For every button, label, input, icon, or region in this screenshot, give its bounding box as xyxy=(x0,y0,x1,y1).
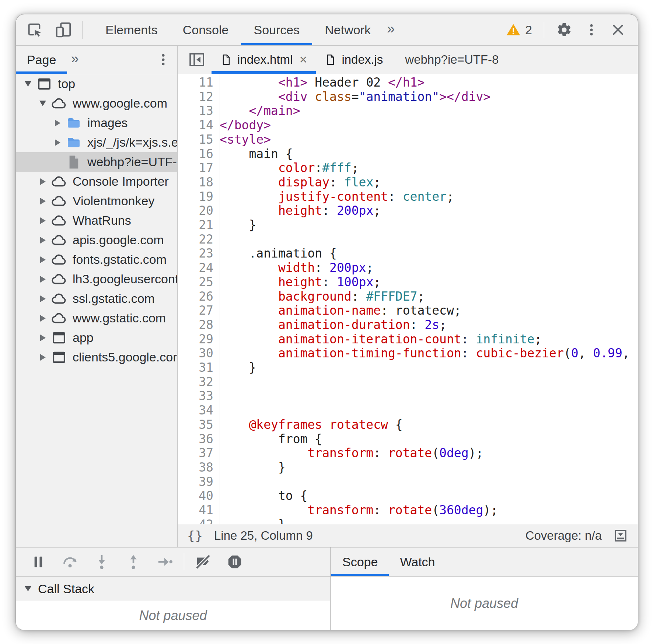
line-number[interactable]: 30 xyxy=(178,346,220,361)
line-number[interactable]: 38 xyxy=(178,461,220,475)
code-text[interactable]: } xyxy=(220,518,286,524)
code-text[interactable]: display: flex; xyxy=(220,175,381,190)
chevron-collapsed-icon[interactable] xyxy=(36,237,50,244)
inspect-icon[interactable] xyxy=(26,21,43,38)
code-text[interactable]: <h1> Header 02 </h1> xyxy=(220,76,425,90)
tree-item-www-google-com[interactable]: www.google.com xyxy=(16,94,177,113)
line-number[interactable]: 22 xyxy=(178,232,220,247)
tree-item-console-importer[interactable]: Console Importer xyxy=(16,172,177,191)
step-into-icon[interactable] xyxy=(86,553,118,570)
deactivate-breakpoints-icon[interactable] xyxy=(187,553,219,570)
tree-item-apis-google-com[interactable]: apis.google.com xyxy=(16,230,177,250)
line-number[interactable]: 29 xyxy=(178,332,220,347)
show-drawer-icon[interactable] xyxy=(613,528,628,543)
chevron-expanded-icon[interactable] xyxy=(21,81,35,87)
code-text[interactable]: animation-timing-function: cubic-bezier(… xyxy=(220,346,630,361)
tab-page[interactable]: Page xyxy=(16,46,67,74)
toolbar-tab-network[interactable]: Network xyxy=(312,14,383,45)
editor-tab-webhp-ie-utf-8[interactable]: webhp?ie=UTF-8 xyxy=(392,46,512,74)
code-editor[interactable]: 11 <h1> Header 02 </h1>12 <div class="an… xyxy=(178,74,638,524)
line-number[interactable]: 16 xyxy=(178,147,220,161)
kebab-menu-icon[interactable] xyxy=(584,22,599,37)
tree-item-webhp-ie-utf-8[interactable]: webhp?ie=UTF-8 xyxy=(16,152,177,172)
line-number[interactable]: 35 xyxy=(178,418,220,432)
tree-item-whatruns[interactable]: WhatRuns xyxy=(16,211,177,230)
line-number[interactable]: 37 xyxy=(178,446,220,461)
call-stack-header[interactable]: Call Stack xyxy=(16,576,330,601)
code-text[interactable]: width: 200px; xyxy=(220,261,373,275)
code-text[interactable]: } xyxy=(220,361,256,375)
chevron-expanded-icon[interactable] xyxy=(36,101,50,106)
toolbar-tab-elements[interactable]: Elements xyxy=(93,14,170,45)
device-toolbar-icon[interactable] xyxy=(55,21,72,38)
chevron-collapsed-icon[interactable] xyxy=(36,276,50,283)
chevron-collapsed-icon[interactable] xyxy=(36,335,50,341)
code-text[interactable]: to { xyxy=(220,489,307,503)
chevron-collapsed-icon[interactable] xyxy=(36,295,50,302)
toolbar-tab-sources[interactable]: Sources xyxy=(241,14,312,45)
step-icon[interactable] xyxy=(149,553,181,570)
tree-item-ssl-gstatic-com[interactable]: ssl.gstatic.com xyxy=(16,289,177,308)
code-text[interactable]: } xyxy=(220,218,256,232)
toolbar-tab-console[interactable]: Console xyxy=(170,14,241,45)
pause-icon[interactable] xyxy=(22,553,54,570)
code-text[interactable]: @keyframes rotatecw { xyxy=(220,418,403,432)
close-icon[interactable] xyxy=(611,22,625,37)
line-number[interactable]: 40 xyxy=(178,489,220,503)
pretty-print-icon[interactable]: {} xyxy=(187,528,203,543)
code-text[interactable]: <div class="animation"></div> xyxy=(220,90,490,104)
line-number[interactable]: 23 xyxy=(178,246,220,261)
line-number[interactable]: 19 xyxy=(178,190,220,204)
warning-badge[interactable]: 2 xyxy=(506,22,532,37)
chevron-collapsed-icon[interactable] xyxy=(36,354,50,361)
line-number[interactable]: 21 xyxy=(178,218,220,232)
code-text[interactable]: from { xyxy=(220,432,322,447)
code-text[interactable]: animation-name: rotatecw; xyxy=(220,304,461,318)
code-text[interactable]: color:#fff; xyxy=(220,161,359,175)
chevron-collapsed-icon[interactable] xyxy=(50,139,64,146)
tree-item-fonts-gstatic-com[interactable]: fonts.gstatic.com xyxy=(16,250,177,269)
line-number[interactable]: 13 xyxy=(178,104,220,118)
tab-scope[interactable]: Scope xyxy=(331,547,389,576)
chevron-collapsed-icon[interactable] xyxy=(36,178,50,185)
line-number[interactable]: 33 xyxy=(178,389,220,403)
line-number[interactable]: 32 xyxy=(178,375,220,389)
code-text[interactable]: justify-content: center; xyxy=(220,190,454,204)
pause-on-exceptions-icon[interactable] xyxy=(219,553,251,570)
line-number[interactable]: 31 xyxy=(178,361,220,375)
line-number[interactable]: 17 xyxy=(178,161,220,175)
line-number[interactable]: 26 xyxy=(178,290,220,304)
navigator-kebab-menu-icon[interactable] xyxy=(156,52,171,67)
tree-item-app[interactable]: app xyxy=(16,328,177,347)
step-over-icon[interactable] xyxy=(54,553,86,570)
editor-tab-index-js[interactable]: index.js xyxy=(316,46,392,74)
line-number[interactable]: 28 xyxy=(178,318,220,332)
more-navigator-tabs-chevron-icon[interactable]: » xyxy=(67,51,87,69)
line-number[interactable]: 42 xyxy=(178,518,220,524)
line-number[interactable]: 41 xyxy=(178,503,220,518)
line-number[interactable]: 36 xyxy=(178,432,220,447)
code-text[interactable]: height: 100px; xyxy=(220,275,381,290)
code-text[interactable]: <style> xyxy=(220,133,271,147)
line-number[interactable]: 27 xyxy=(178,304,220,318)
tree-item-xjs-js-k-xjs-s-er[interactable]: xjs/_/js/k=xjs.s.er xyxy=(16,133,177,152)
editor-tab-index-html[interactable]: index.html× xyxy=(212,46,316,74)
line-number[interactable]: 15 xyxy=(178,133,220,147)
close-tab-icon[interactable]: × xyxy=(299,52,307,67)
tree-item-lh3-googleuserconte[interactable]: lh3.googleuserconte xyxy=(16,269,177,289)
code-text[interactable]: .animation { xyxy=(220,246,337,261)
chevron-collapsed-icon[interactable] xyxy=(50,120,64,126)
line-number[interactable]: 24 xyxy=(178,261,220,275)
code-text[interactable]: animation-iteration-count: infinite; xyxy=(220,332,542,347)
more-panels-chevron-icon[interactable]: » xyxy=(383,21,404,39)
code-text[interactable]: transform: rotate(0deg); xyxy=(220,446,483,461)
code-text[interactable]: transform: rotate(360deg); xyxy=(220,503,498,518)
line-number[interactable]: 14 xyxy=(178,118,220,133)
chevron-collapsed-icon[interactable] xyxy=(36,198,50,204)
tree-item-images[interactable]: images xyxy=(16,113,177,133)
line-number[interactable]: 20 xyxy=(178,204,220,218)
collapse-sidebar-icon[interactable] xyxy=(188,51,206,69)
code-text[interactable]: height: 200px; xyxy=(220,204,381,218)
chevron-collapsed-icon[interactable] xyxy=(36,315,50,322)
code-text[interactable]: main { xyxy=(220,147,293,161)
